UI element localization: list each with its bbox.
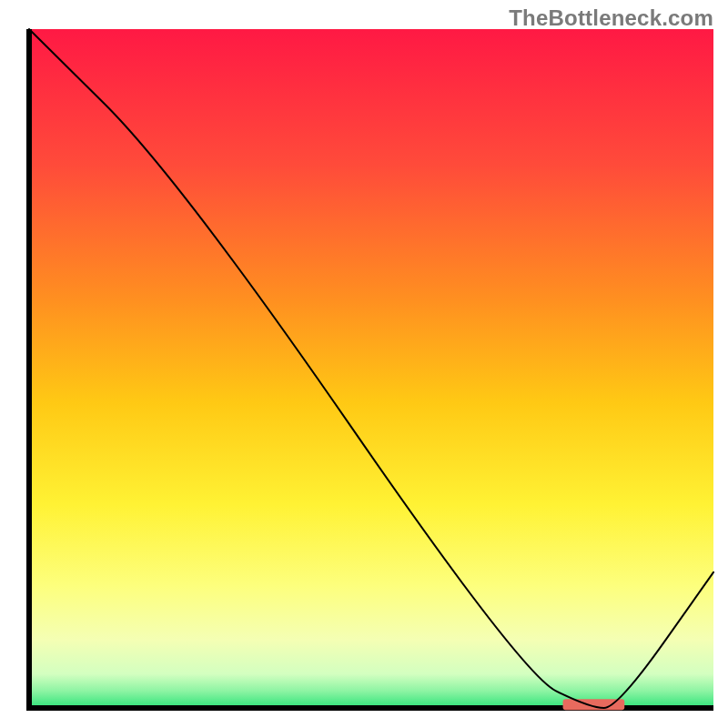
chart-plot <box>0 0 728 728</box>
watermark-text: TheBottleneck.com <box>509 5 713 31</box>
plot-background <box>29 29 713 708</box>
chart-container: TheBottleneck.com <box>0 0 728 728</box>
